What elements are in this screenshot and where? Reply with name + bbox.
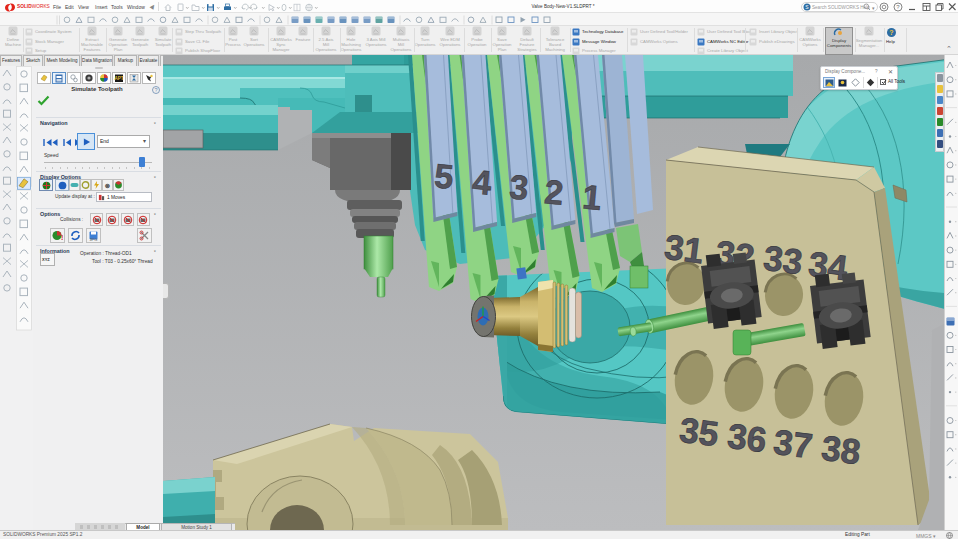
svg-text:5: 5: [433, 156, 455, 196]
svg-text:JPG: JPG: [90, 237, 98, 242]
svg-text:1: 1: [581, 177, 603, 217]
svg-text:33: 33: [761, 238, 804, 281]
svg-text:4: 4: [471, 162, 493, 202]
svg-text:31: 31: [662, 227, 705, 270]
svg-text:?: ?: [889, 29, 893, 36]
svg-text:!: !: [61, 234, 63, 241]
svg-text:36: 36: [725, 416, 768, 459]
svg-text:?: ?: [154, 87, 157, 93]
svg-text:38: 38: [819, 428, 862, 471]
svg-text:35: 35: [677, 410, 720, 453]
svg-text:?: ?: [896, 4, 900, 10]
svg-text:3: 3: [508, 167, 530, 207]
svg-text:2: 2: [543, 172, 565, 212]
svg-text:37: 37: [771, 422, 814, 465]
svg-text:APT: APT: [115, 76, 124, 81]
svg-text:⊗: ⊗: [105, 182, 110, 189]
